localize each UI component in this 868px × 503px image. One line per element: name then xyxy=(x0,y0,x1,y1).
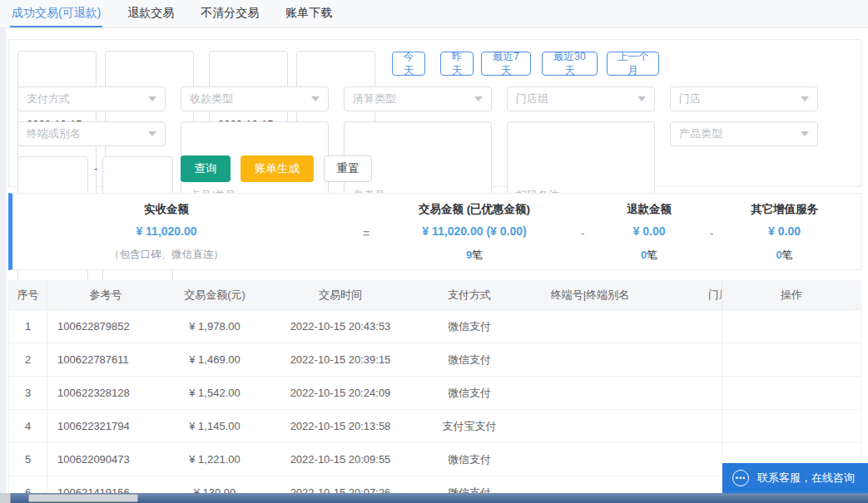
cell-payment-method: 微信支付 xyxy=(415,443,523,476)
query-button[interactable]: 查询 xyxy=(181,155,231,182)
chevron-down-icon xyxy=(637,96,646,101)
cell-amount: ¥ 1,145.00 xyxy=(164,410,265,442)
cell-payment-method: 微信支付 xyxy=(415,343,523,376)
summary-received-value: ¥ 11,020.00 xyxy=(25,224,308,238)
collection-type-select[interactable]: 收款类型 xyxy=(181,86,329,111)
chevron-down-icon xyxy=(311,96,320,101)
cell-terminal xyxy=(523,310,657,343)
summary-equals-sign: = xyxy=(358,227,374,240)
summary-refund-title: 退款金额 xyxy=(599,202,699,217)
quick-range-today-button[interactable]: 今天 xyxy=(392,52,425,76)
tab-unsettled-transactions[interactable]: 不清分交易 xyxy=(199,0,260,27)
product-type-select[interactable]: 产品类型 xyxy=(670,121,818,146)
quick-range-30days-button[interactable]: 最近30天 xyxy=(542,52,598,76)
cell-terminal xyxy=(523,377,657,409)
summary-minus-sign-2: - xyxy=(703,227,720,240)
summary-refund-value: ¥ 0.00 xyxy=(599,224,699,238)
summary-transaction-title: 交易金额 (已优惠金额) xyxy=(374,202,574,217)
summary-transaction-amount: 交易金额 (已优惠金额) ¥ 11,020.00 (¥ 0.00) 9笔 xyxy=(374,194,574,269)
reset-button[interactable]: 重置 xyxy=(324,155,372,182)
cell-time: 2022-10-15 20:43:53 xyxy=(265,310,415,343)
summary-transaction-value: ¥ 11,020.00 xyxy=(422,224,483,238)
cell-index: 5 xyxy=(9,443,47,476)
cell-index: 3 xyxy=(9,377,47,409)
cell-amount: ¥ 1,221.00 xyxy=(164,443,265,476)
quick-range-last-month-button[interactable]: 上一个月 xyxy=(607,52,659,76)
header-terminal: 终端号|终端别名 xyxy=(523,280,657,309)
cell-time: 2022-10-15 20:39:15 xyxy=(265,343,415,376)
header-store: 门店 xyxy=(657,280,861,309)
cell-reference: 100622090473 xyxy=(47,443,164,476)
table-header-row: 序号 参考号 交易金额(元) 交易时间 支付方式 终端号|终端别名 门店 xyxy=(9,280,861,310)
generate-bill-button[interactable]: 账单生成 xyxy=(241,155,314,182)
store-group-select-label: 门店组 xyxy=(516,91,548,106)
header-payment-method: 支付方式 xyxy=(415,280,523,309)
cell-time: 2022-10-15 20:09:55 xyxy=(265,443,415,476)
tab-bill-download[interactable]: 账单下载 xyxy=(284,0,334,27)
payment-method-select[interactable]: 支付方式 xyxy=(17,86,166,111)
cell-index: 2 xyxy=(9,343,47,376)
cell-reference: 100622879852 xyxy=(47,310,164,343)
summary-other-title: 其它增值服务 xyxy=(724,202,845,217)
cell-store xyxy=(657,410,861,442)
store-select[interactable]: 门店 xyxy=(670,86,818,111)
chevron-down-icon xyxy=(801,131,809,136)
terminal-or-alias-select-label: 终端或别名 xyxy=(27,126,81,141)
top-tab-bar: 成功交易(可退款) 退款交易 不清分交易 账单下载 xyxy=(0,0,868,28)
cell-amount: ¥ 1,542.00 xyxy=(164,377,265,409)
cell-store xyxy=(657,310,861,343)
summary-other-value: ¥ 0.00 xyxy=(724,224,845,238)
cell-index: 4 xyxy=(9,410,47,442)
summary-transaction-discount: (¥ 0.00) xyxy=(486,224,526,238)
settlement-type-select-label: 清算类型 xyxy=(353,91,396,106)
summary-received-amount: 实收金额 ¥ 11,020.00 （包含口碑、微信直连） xyxy=(25,194,308,269)
header-amount: 交易金额(元) xyxy=(164,280,265,309)
store-group-select[interactable]: 门店组 xyxy=(507,86,655,111)
cell-payment-method: 微信支付 xyxy=(415,310,523,343)
settlement-type-select[interactable]: 清算类型 xyxy=(344,86,492,111)
header-index: 序号 xyxy=(9,280,47,309)
header-reference: 参考号 xyxy=(47,280,164,309)
contact-support-button[interactable]: ••• 联系客服，在线咨询 xyxy=(722,463,868,493)
cell-amount: ¥ 1,978.00 xyxy=(164,310,265,343)
summary-refund-count-unit: 笔 xyxy=(647,249,657,261)
horizontal-scrollbar[interactable] xyxy=(0,493,868,503)
summary-other-services: 其它增值服务 ¥ 0.00 0笔 xyxy=(724,194,845,269)
quick-range-yesterday-button[interactable]: 昨天 xyxy=(440,52,474,76)
collection-type-select-label: 收款类型 xyxy=(190,91,233,106)
terminal-or-alias-select[interactable]: 终端或别名 xyxy=(17,121,166,146)
table-row: 3 100622328128 ¥ 1,542.00 2022-10-15 20:… xyxy=(9,377,861,410)
table-row: 4 100622321794 ¥ 1,145.00 2022-10-15 20:… xyxy=(9,410,861,443)
chevron-down-icon xyxy=(148,131,156,136)
cell-terminal xyxy=(523,343,657,376)
cell-reference: 100622321794 xyxy=(47,410,164,442)
tab-refund-transactions[interactable]: 退款交易 xyxy=(126,0,176,27)
summary-received-title: 实收金额 xyxy=(25,202,308,217)
cell-index: 1 xyxy=(9,310,47,343)
chevron-down-icon xyxy=(801,96,809,101)
page-left-gutter xyxy=(0,28,6,503)
payment-method-select-label: 支付方式 xyxy=(27,91,70,106)
table-row: 1 100622879852 ¥ 1,978.00 2022-10-15 20:… xyxy=(9,310,861,343)
chevron-down-icon xyxy=(148,96,156,101)
tab-success-transactions[interactable]: 成功交易(可退款) xyxy=(10,0,102,27)
chevron-down-icon xyxy=(474,96,483,101)
cell-reference: 100622328128 xyxy=(47,377,164,409)
cell-store xyxy=(657,343,861,376)
cell-payment-method: 微信支付 xyxy=(415,377,523,409)
store-select-label: 门店 xyxy=(679,91,701,106)
chat-bubble-icon: ••• xyxy=(732,470,749,486)
filter-panel: ~ 今天 昨天 最近7天 最近30天 上一个月 支付方式 收款类型 清算类型 门… xyxy=(8,39,861,187)
product-type-select-label: 产品类型 xyxy=(679,126,722,141)
summary-panel: 实收金额 ¥ 11,020.00 （包含口碑、微信直连） = 交易金额 (已优惠… xyxy=(8,193,861,270)
cell-amount: ¥ 1,469.00 xyxy=(164,343,265,376)
summary-minus-sign-1: - xyxy=(574,227,591,240)
scrollbar-thumb[interactable] xyxy=(28,494,138,502)
cell-store xyxy=(657,377,861,409)
cell-reference: 100622787611 xyxy=(47,343,164,376)
summary-transaction-count-unit: 笔 xyxy=(472,249,483,261)
header-time: 交易时间 xyxy=(265,280,415,309)
cell-time: 2022-10-15 20:24:09 xyxy=(265,377,415,409)
contact-support-label: 联系客服，在线咨询 xyxy=(757,471,855,486)
quick-range-7days-button[interactable]: 最近7天 xyxy=(481,52,531,76)
